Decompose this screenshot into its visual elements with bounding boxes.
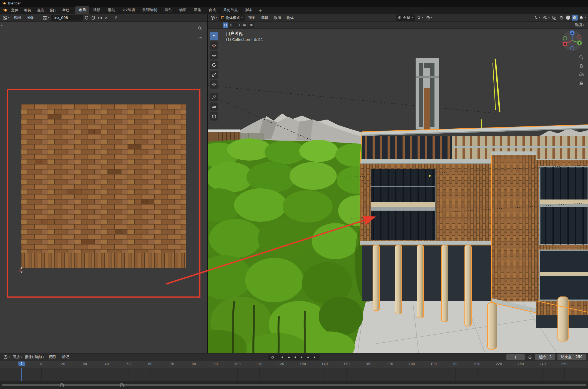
marker-icon[interactable] — [60, 383, 64, 387]
timeline-tracks[interactable] — [0, 368, 588, 381]
unlink-image-button[interactable] — [104, 16, 109, 20]
overlays-button[interactable]: ▾ — [542, 15, 551, 21]
camera-view-icon[interactable] — [578, 71, 585, 78]
view-menu[interactable]: 视图 — [46, 354, 59, 360]
keying-menu[interactable]: 摄像(插帧)▾ — [24, 354, 45, 360]
snap-toggle-button[interactable]: ▾ — [416, 15, 424, 21]
add-workspace-button[interactable]: + — [256, 8, 264, 13]
browse-image-button[interactable]: ▾ — [42, 15, 51, 21]
playback-menu[interactable]: 回放▾ — [12, 354, 23, 360]
shading-solid-button[interactable] — [565, 15, 571, 21]
menu-item[interactable]: 添加 — [271, 14, 284, 21]
fake-user-button[interactable] — [84, 15, 90, 20]
app-menu-button[interactable] — [2, 8, 8, 13]
pan-hand-icon[interactable] — [197, 35, 203, 42]
tool-add-cube[interactable] — [210, 112, 218, 121]
magnet-icon — [417, 16, 421, 20]
select-mode-extend-button[interactable] — [229, 23, 235, 28]
transform-orientation-dropdown[interactable]: 全局 ▾ — [396, 14, 415, 21]
pin-image-button[interactable] — [113, 15, 119, 20]
tool-move[interactable] — [210, 51, 218, 59]
new-image-button[interactable] — [90, 15, 96, 20]
editor-type-button[interactable]: ▾ — [2, 15, 11, 21]
workspace-tab[interactable]: 几何节点 — [220, 6, 242, 14]
jump-to-start-button[interactable] — [279, 355, 285, 360]
playhead[interactable] — [21, 368, 22, 381]
toggle-perspective-grid-icon[interactable] — [578, 80, 585, 86]
play-reverse-button[interactable] — [292, 355, 298, 360]
record-button[interactable] — [270, 355, 276, 360]
workspace-tab[interactable]: 渲染 — [190, 6, 205, 14]
current-frame-field[interactable]: 1 — [506, 354, 525, 360]
workspace-tab[interactable]: 着色 — [161, 6, 175, 14]
workspace-tab[interactable]: 建模 — [90, 6, 104, 14]
workspace-tab[interactable]: 纹理绘制 — [139, 6, 161, 14]
menu-item[interactable]: 视图 — [245, 14, 258, 21]
tool-measure[interactable] — [210, 103, 218, 111]
shading-rendered-button[interactable] — [578, 15, 584, 21]
options-dropdown[interactable]: 选项 ▾ — [574, 22, 585, 28]
xray-toggle-button[interactable] — [551, 15, 558, 21]
select-mode-subtract-button[interactable] — [235, 23, 241, 28]
menu-item[interactable]: 文件 — [8, 7, 21, 14]
timeline-ruler[interactable]: 1102030405060708090100110120130140150160… — [0, 361, 588, 368]
show-gizmo-button[interactable]: ▾ — [532, 15, 541, 21]
editor-type-button[interactable]: ▾ — [209, 15, 218, 21]
shading-wireframe-button[interactable] — [558, 15, 564, 21]
next-keyframe-button[interactable] — [305, 355, 311, 360]
frame-gridline — [150, 368, 150, 381]
workspace-tab[interactable]: 动画 — [175, 6, 190, 14]
current-frame-badge[interactable]: 1 — [18, 361, 25, 366]
select-mode-set-button[interactable] — [223, 23, 228, 28]
select-mode-intersect-button[interactable] — [248, 23, 254, 28]
select-mode-invert-button[interactable] — [242, 23, 247, 28]
use-preview-range-button[interactable] — [527, 355, 533, 360]
horizontal-scrollbar[interactable] — [2, 384, 586, 386]
2d-cursor[interactable] — [18, 267, 24, 273]
editor-type-button[interactable]: ▾ — [2, 354, 11, 360]
open-image-button[interactable] — [97, 15, 103, 20]
tool-transform[interactable] — [210, 80, 218, 89]
tool-scale[interactable] — [210, 71, 218, 79]
frame-start-field[interactable]: 起始 1 — [535, 354, 555, 360]
proportional-editing-button[interactable]: ▾ — [425, 15, 433, 20]
menu-item[interactable]: 渲染 — [34, 7, 47, 14]
tool-rotate[interactable] — [210, 61, 218, 69]
area-corner-chevron-icon[interactable]: ▸ — [1, 23, 2, 27]
play-button[interactable] — [299, 355, 305, 360]
tool-cursor[interactable] — [210, 41, 218, 50]
frame-gridline — [368, 368, 368, 381]
mode-dropdown[interactable]: 物体模式 ▾ — [219, 14, 245, 21]
tool-annotate[interactable] — [210, 93, 218, 101]
zoom-icon[interactable] — [578, 54, 585, 61]
workspace-tab[interactable]: 雕刻 — [104, 6, 119, 14]
menu-item[interactable]: 窗口 — [47, 7, 59, 14]
shading-material-button[interactable] — [572, 15, 578, 21]
workspace-tab[interactable]: 脚本 — [242, 6, 256, 14]
menu-item[interactable]: 选择 — [258, 14, 271, 21]
navigation-gizmo[interactable]: Z X Y — [561, 29, 583, 52]
frame-end-field[interactable]: 结束点 250 — [557, 354, 586, 360]
pan-hand-icon[interactable] — [578, 63, 585, 69]
tool-select-box[interactable] — [210, 32, 218, 40]
image-name-field[interactable]: tex_008 — [51, 15, 83, 21]
marker-menu[interactable]: 标记 — [59, 354, 72, 360]
scene-tower[interactable] — [416, 58, 439, 129]
menu-item[interactable]: 物体 — [284, 14, 296, 21]
chevron-down-icon[interactable]: ▾ — [585, 16, 586, 19]
menu-item[interactable]: 帮助 — [59, 7, 72, 14]
menu-item[interactable]: 视图 — [11, 14, 24, 21]
marker-icon[interactable] — [120, 383, 124, 387]
viewport-body[interactable]: 选项 ▾ 用户透视 (1) Collection | 食堂1 — [208, 22, 588, 353]
frame-gridline — [85, 368, 85, 381]
chevron-down-icon: ▾ — [431, 16, 432, 19]
menu-item[interactable]: 图像 — [24, 14, 37, 21]
jump-to-end-button[interactable] — [312, 355, 318, 360]
menu-item[interactable]: 编辑 — [21, 7, 34, 14]
workspace-tab[interactable]: 合成 — [205, 6, 220, 14]
image-editor-body[interactable]: ▸ — [0, 22, 207, 353]
workspace-tab[interactable]: UV编辑 — [119, 6, 139, 14]
zoom-icon[interactable] — [197, 25, 203, 32]
prev-keyframe-button[interactable] — [285, 355, 292, 360]
workspace-tab[interactable]: 布局 — [75, 6, 90, 14]
